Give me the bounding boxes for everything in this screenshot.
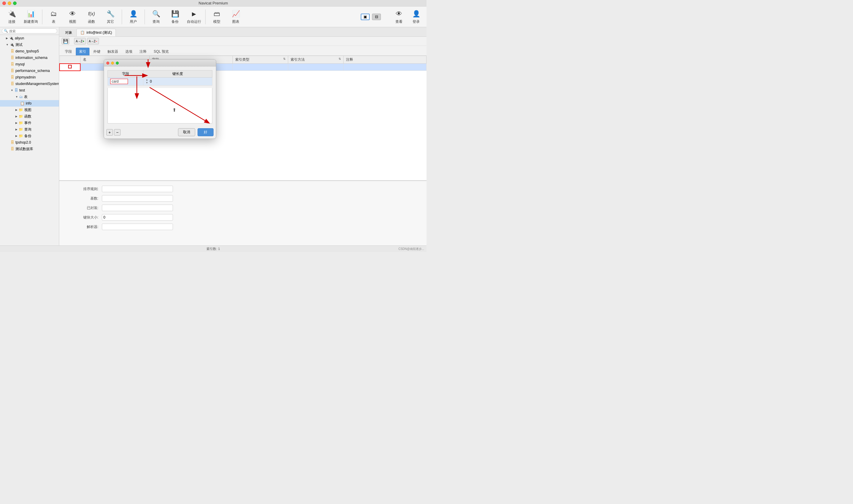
- dialog-table: 字段 键长度 ▲ ▼: [107, 70, 212, 86]
- dialog-field-input[interactable]: [110, 79, 128, 84]
- stepper-value: 0: [149, 79, 153, 84]
- dialog-ok-btn[interactable]: 好: [198, 128, 214, 136]
- stepper-up-arrow[interactable]: ▲: [146, 78, 148, 82]
- dialog-footer: + − 取消 好: [104, 127, 216, 139]
- dialog-cancel-btn[interactable]: 取消: [178, 128, 195, 136]
- dialog: 字段 键长度 ▲ ▼: [104, 59, 216, 139]
- dialog-empty-area: ⬆: [107, 88, 212, 124]
- dialog-max-btn[interactable]: [116, 61, 119, 65]
- stepper-down-arrow[interactable]: ▼: [146, 82, 148, 84]
- minus-icon: −: [116, 130, 119, 135]
- dialog-body: 字段 键长度 ▲ ▼: [104, 67, 216, 127]
- dialog-col-key-length: 键长度: [143, 71, 212, 77]
- dialog-table-row: ▲ ▼ 0: [108, 77, 212, 86]
- dialog-overlay: 字段 键长度 ▲ ▼: [0, 0, 427, 252]
- dialog-add-btn[interactable]: +: [106, 129, 113, 136]
- dialog-titlebar: [104, 59, 216, 67]
- dialog-col-field: 字段: [108, 71, 143, 77]
- dialog-close-btn[interactable]: [106, 61, 109, 65]
- plus-icon: +: [108, 130, 111, 135]
- stepper: ▲ ▼ 0: [146, 78, 210, 84]
- dialog-field-cell: [108, 77, 143, 86]
- stepper-arrows: ▲ ▼: [146, 78, 148, 84]
- dialog-key-len-cell: ▲ ▼ 0: [143, 77, 212, 86]
- dialog-footer-buttons: 取消 好: [178, 128, 214, 136]
- dialog-remove-btn[interactable]: −: [114, 129, 121, 136]
- dialog-min-btn[interactable]: [111, 61, 114, 65]
- cursor-indicator: ⬆: [172, 107, 176, 113]
